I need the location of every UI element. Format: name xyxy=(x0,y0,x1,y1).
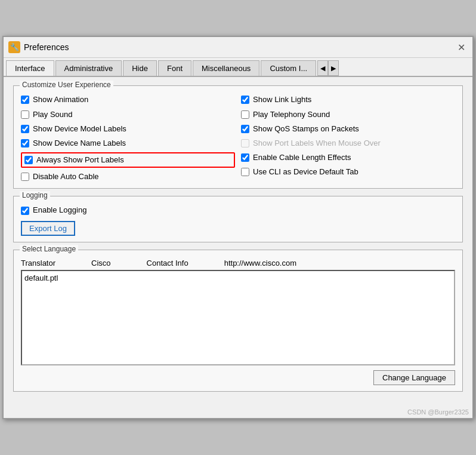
show-device-name-row: Show Device Name Labels xyxy=(21,138,235,149)
play-sound-row: Play Sound xyxy=(21,109,235,120)
use-cli-label: Use CLI as Device Default Tab xyxy=(253,167,358,177)
language-section: Select Language Translator Cisco Contact… xyxy=(13,250,463,392)
title-bar: 🔧 Preferences ✕ xyxy=(4,37,472,58)
language-header: Translator Cisco Contact Info http://www… xyxy=(21,259,455,268)
enable-logging-label: Enable Logging xyxy=(33,205,86,216)
change-language-button[interactable]: Change Language xyxy=(373,370,455,385)
title-bar-left: 🔧 Preferences xyxy=(8,41,69,53)
show-qos-row: Show QoS Stamps on Packets xyxy=(241,124,455,134)
translator-label: Translator xyxy=(21,259,55,268)
tab-font[interactable]: Font xyxy=(158,60,191,76)
contact-info-label: Contact Info xyxy=(147,259,188,268)
watermark: CSDN @Burger2325 xyxy=(4,407,472,418)
always-show-port-labels-label: Always Show Port Labels xyxy=(36,155,124,165)
language-section-title: Select Language xyxy=(20,245,78,253)
show-qos-checkbox[interactable] xyxy=(241,125,249,133)
play-sound-label: Play Sound xyxy=(33,109,73,120)
customize-section-title: Customize User Experience xyxy=(20,81,113,89)
enable-logging-checkbox[interactable] xyxy=(21,207,29,215)
tab-hide[interactable]: Hide xyxy=(123,60,157,76)
show-device-model-label: Show Device Model Labels xyxy=(33,124,126,134)
show-animation-row: Show Animation xyxy=(21,94,235,105)
show-qos-label: Show QoS Stamps on Packets xyxy=(253,124,359,134)
logging-section-title: Logging xyxy=(20,191,50,199)
show-link-lights-label: Show Link Lights xyxy=(253,94,311,105)
play-telephony-row: Play Telephony Sound xyxy=(241,109,455,120)
show-device-model-checkbox[interactable] xyxy=(21,125,29,133)
tab-forward-button[interactable]: ▶ xyxy=(328,60,339,76)
disable-auto-cable-label: Disable Auto Cable xyxy=(33,171,99,182)
cisco-label: Cisco xyxy=(91,259,111,268)
always-show-port-labels-checkbox[interactable] xyxy=(24,156,33,164)
show-port-labels-mouse-checkbox xyxy=(241,139,249,147)
enable-cable-length-row: Enable Cable Length Effects xyxy=(241,152,455,163)
customize-section: Customize User Experience Show Animation… xyxy=(13,85,463,189)
language-list[interactable]: default.ptl xyxy=(21,270,455,365)
logging-content: Enable Logging Export Log xyxy=(21,205,455,235)
show-device-model-row: Show Device Model Labels xyxy=(21,124,235,134)
tab-content: Customize User Experience Show Animation… xyxy=(4,77,472,407)
export-log-button[interactable]: Export Log xyxy=(21,221,75,236)
use-cli-checkbox[interactable] xyxy=(241,168,249,176)
tab-interface[interactable]: Interface xyxy=(6,60,54,77)
always-show-port-labels-row: Always Show Port Labels xyxy=(21,152,235,168)
show-device-name-label: Show Device Name Labels xyxy=(33,138,126,149)
tab-back-button[interactable]: ◀ xyxy=(317,60,328,76)
tab-bar: Interface Administrative Hide Font Misce… xyxy=(4,58,472,77)
enable-logging-row: Enable Logging xyxy=(21,205,455,216)
show-device-name-checkbox[interactable] xyxy=(21,139,29,147)
enable-cable-length-checkbox[interactable] xyxy=(241,153,249,162)
show-link-lights-checkbox[interactable] xyxy=(241,96,249,104)
customize-section-content: Show Animation Play Sound Show Device Mo… xyxy=(21,94,455,182)
show-animation-label: Show Animation xyxy=(33,94,88,105)
tab-administrative[interactable]: Administrative xyxy=(55,60,122,76)
cisco-url: http://www.cisco.com xyxy=(224,259,296,268)
disable-auto-cable-checkbox[interactable] xyxy=(21,173,29,181)
enable-cable-length-label: Enable Cable Length Effects xyxy=(253,152,351,163)
use-cli-row: Use CLI as Device Default Tab xyxy=(241,167,455,177)
show-port-labels-mouse-label: Show Port Labels When Mouse Over xyxy=(253,138,381,149)
preferences-window: 🔧 Preferences ✕ Interface Administrative… xyxy=(2,36,474,419)
show-link-lights-row: Show Link Lights xyxy=(241,94,455,105)
customize-left-col: Show Animation Play Sound Show Device Mo… xyxy=(21,94,235,182)
language-list-item[interactable]: default.ptl xyxy=(24,273,452,282)
close-button[interactable]: ✕ xyxy=(455,41,468,54)
window-title: Preferences xyxy=(24,42,69,52)
language-footer: Change Language xyxy=(21,370,455,385)
show-animation-checkbox[interactable] xyxy=(21,96,29,104)
logging-section: Logging Enable Logging Export Log xyxy=(13,196,463,242)
customize-right-col: Show Link Lights Play Telephony Sound Sh… xyxy=(235,94,455,182)
tab-miscellaneous[interactable]: Miscellaneous xyxy=(193,60,259,76)
play-telephony-label: Play Telephony Sound xyxy=(253,109,330,120)
disable-auto-cable-row: Disable Auto Cable xyxy=(21,171,235,182)
show-port-labels-mouse-row: Show Port Labels When Mouse Over xyxy=(241,138,455,149)
play-telephony-checkbox[interactable] xyxy=(241,110,249,119)
play-sound-checkbox[interactable] xyxy=(21,110,29,119)
tab-custom[interactable]: Custom I... xyxy=(261,60,316,76)
app-icon: 🔧 xyxy=(8,41,20,53)
